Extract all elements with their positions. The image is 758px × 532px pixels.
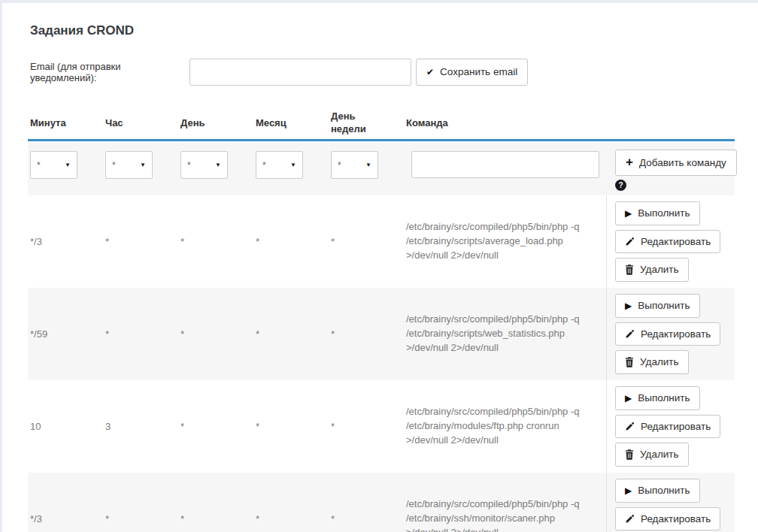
table-header: Минута Час День Месяц День недели Команд… [28,107,735,141]
run-button[interactable]: ▶ Выполнить [615,479,700,503]
page-title: Задания CROND [30,23,737,38]
column-header-weekday: День недели [329,110,404,136]
new-command-row: * ▼ * ▼ * ▼ * ▼ * ▼ + [28,141,735,195]
row-actions: ▶ Выполнить Редактировать Удалить [607,473,735,532]
column-header-hour: Час [103,117,178,128]
table-row: */59 * * * * /etc/brainy/src/compiled/ph… [28,288,735,380]
day-value: * [178,288,253,380]
row-actions: ▶ Выполнить Редактировать Удалить [607,380,735,473]
edit-button[interactable]: Редактировать [615,415,720,439]
table-row: */3 * * * * /etc/brainy/src/compiled/php… [28,195,735,288]
table-row: */3 * * * * /etc/brainy/src/compiled/php… [28,473,735,532]
trash-icon [625,264,634,275]
weekday-select[interactable]: * ▼ [331,151,378,179]
crond-panel: Задания CROND Email (для отправки уведом… [2,3,758,532]
weekday-value: * [329,288,404,380]
day-value: * [178,473,253,532]
day-value: * [178,380,253,473]
pencil-icon [625,514,635,524]
command-value: /etc/brainy/src/compiled/php5/bin/php -q… [404,288,607,380]
column-header-command: Команда [404,117,607,128]
edit-button[interactable]: Редактировать [615,230,720,254]
month-value: * [253,380,329,473]
edit-button[interactable]: Редактировать [615,507,720,531]
chevron-down-icon: ▼ [65,162,71,168]
month-value: * [253,473,329,532]
trash-icon [625,357,634,367]
hour-value: * [103,288,178,380]
minute-value: */3 [28,195,103,288]
command-value: /etc/brainy/src/compiled/php5/bin/php -q… [404,380,607,473]
column-header-day: День [178,117,253,128]
column-header-month: Месяц [253,117,329,128]
email-input[interactable] [190,59,411,86]
add-command-button[interactable]: + Добавить команду [615,150,737,176]
email-label: Email (для отправки уведомлений): [30,61,190,83]
hour-select[interactable]: * ▼ [105,151,153,179]
pencil-icon [625,422,635,431]
run-button[interactable]: ▶ Выполнить [615,294,700,318]
chevron-down-icon: ▼ [140,162,146,168]
pencil-icon [625,237,635,246]
run-button[interactable]: ▶ Выполнить [615,201,700,225]
command-value: /etc/brainy/src/compiled/php5/bin/php -q… [404,195,607,288]
plus-icon: + [626,156,633,168]
command-input[interactable] [411,151,599,178]
minute-value: */3 [28,473,103,532]
chevron-down-icon: ▼ [290,162,296,168]
crond-table: Минута Час День Месяц День недели Команд… [28,107,735,532]
chevron-down-icon: ▼ [365,162,371,168]
month-select[interactable]: * ▼ [256,151,303,179]
column-header-minute: Минута [28,117,103,128]
month-value: * [253,288,329,380]
minute-value: */59 [28,288,103,380]
row-actions: ▶ Выполнить Редактировать Удалить [607,288,735,380]
table-row: 10 3 * * * /etc/brainy/src/compiled/php5… [28,380,735,473]
play-icon: ▶ [625,209,632,218]
row-actions: ▶ Выполнить Редактировать Удалить [607,195,735,288]
chevron-down-icon: ▼ [215,162,221,168]
delete-button[interactable]: Удалить [615,443,689,467]
minute-select[interactable]: * ▼ [30,151,77,179]
play-icon: ▶ [625,301,632,310]
hour-value: 3 [103,380,178,473]
pencil-icon [625,329,635,339]
weekday-value: * [329,195,404,288]
month-value: * [253,195,329,288]
day-value: * [178,195,253,288]
weekday-value: * [329,473,404,532]
email-form: Email (для отправки уведомлений): ✔ Сохр… [30,59,737,86]
minute-value: 10 [28,380,103,473]
delete-button[interactable]: Удалить [615,258,689,282]
save-email-label: Сохранить email [440,67,517,77]
run-button[interactable]: ▶ Выполнить [615,386,700,410]
edit-button[interactable]: Редактировать [615,322,720,346]
command-value: /etc/brainy/src/compiled/php5/bin/php -q… [404,473,607,532]
hour-value: * [103,195,178,288]
help-icon[interactable]: ? [615,180,626,191]
play-icon: ▶ [625,486,632,495]
hour-value: * [103,473,178,532]
weekday-value: * [329,380,404,473]
add-command-label: Добавить команду [639,158,726,168]
trash-icon [625,449,634,460]
delete-button[interactable]: Удалить [615,350,689,374]
check-icon: ✔ [426,68,434,77]
save-email-button[interactable]: ✔ Сохранить email [416,59,528,86]
day-select[interactable]: * ▼ [180,151,228,179]
play-icon: ▶ [625,394,632,403]
